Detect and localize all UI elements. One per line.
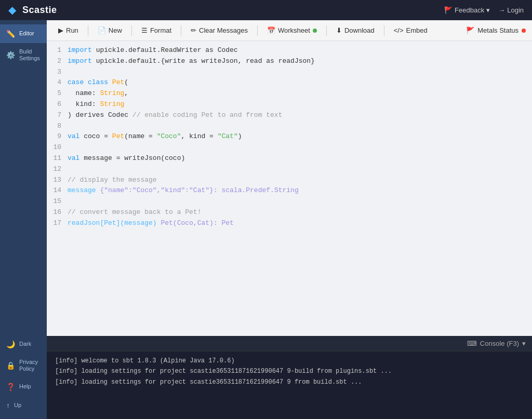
run-icon: ▶: [58, 26, 63, 34]
format-button[interactable]: ☰ Format: [136, 24, 177, 36]
clear-messages-button[interactable]: ✏ Clear Messages: [185, 24, 253, 36]
code-line-6: kind: String: [68, 99, 528, 110]
dark-icon: 🌙: [6, 340, 15, 348]
help-icon: ❓: [6, 383, 15, 391]
console-line-3: [info] loading settings for project scas…: [55, 377, 524, 387]
login-button[interactable]: → Login: [498, 6, 524, 14]
sidebar-item-privacy[interactable]: 🔒 Privacy Policy: [0, 354, 47, 377]
console-terminal-icon: ⌨: [467, 340, 477, 347]
scastie-logo-text: Scastie: [22, 5, 57, 16]
build-settings-icon: ⚙️: [6, 51, 15, 59]
new-button[interactable]: 📄 New: [92, 24, 127, 36]
code-line-11: val message = writeJson(coco): [68, 153, 528, 164]
code-editor[interactable]: 1 2 3 4 5 6 7 8 9 10 11 12 13 14 15 16 1: [47, 41, 532, 336]
embed-button[interactable]: </> Embed: [389, 24, 433, 36]
code-line-12: [68, 164, 528, 175]
content-area: ▶ Run 📄 New ☰ Format ✏ Clear Messages 📅 …: [47, 20, 532, 419]
toolbar-sep-6: [384, 25, 384, 36]
up-icon: ↑: [6, 401, 10, 410]
code-line-1: import upickle.default.ReadWriter as Cod…: [68, 45, 528, 56]
toolbar: ▶ Run 📄 New ☰ Format ✏ Clear Messages 📅 …: [47, 20, 532, 41]
code-line-2: import upickle.default.{write as writeJs…: [68, 56, 528, 67]
toolbar-sep-2: [131, 25, 132, 36]
worksheet-icon: 📅: [267, 26, 275, 34]
feedback-chevron-icon: ▾: [486, 6, 490, 14]
sidebar-item-build-settings[interactable]: ⚙️ Build Settings: [0, 43, 47, 67]
toolbar-sep-1: [88, 25, 88, 36]
main-layout: ✏️ Editor ⚙️ Build Settings 🌙 Dark 🔒 Pri…: [0, 20, 532, 419]
metals-flag-icon: 🚩: [466, 26, 474, 34]
toolbar-sep-5: [326, 25, 327, 36]
download-button[interactable]: ⬇ Download: [331, 24, 380, 36]
sidebar-editor-label: Editor: [19, 30, 34, 37]
editor-area: 1 2 3 4 5 6 7 8 9 10 11 12 13 14 15 16 1: [47, 41, 532, 336]
metals-status-dot: [522, 29, 526, 33]
topbar-logo-area: ◆ Scastie: [8, 4, 57, 16]
sidebar-help-label: Help: [19, 383, 31, 390]
metals-status-label: Metals Status: [477, 26, 518, 34]
worksheet-status-dot: [313, 29, 317, 33]
sidebar-privacy-label: Privacy Policy: [19, 359, 41, 372]
toolbar-right: 🚩 Metals Status: [466, 26, 526, 34]
line-numbers: 1 2 3 4 5 6 7 8 9 10 11 12 13 14 15 16 1: [47, 45, 68, 332]
sidebar-dark-label: Dark: [19, 341, 31, 347]
code-line-9: val coco = Pet(name = "Coco", kind = "Ca…: [68, 131, 528, 142]
feedback-button[interactable]: 🚩 Feedback ▾: [444, 6, 490, 14]
download-icon: ⬇: [336, 26, 342, 34]
topbar-right: 🚩 Feedback ▾ → Login: [444, 6, 524, 14]
console-toggle-button[interactable]: ⌨ Console (F3) ▾: [467, 340, 526, 347]
code-line-5: name: String,: [68, 88, 528, 99]
run-button[interactable]: ▶ Run: [53, 24, 84, 36]
format-icon: ☰: [141, 26, 148, 34]
console-chevron-icon: ▾: [522, 340, 526, 347]
code-line-8: [68, 121, 528, 132]
sidebar-item-up[interactable]: ↑ Up: [0, 396, 47, 415]
sidebar-build-label: Build Settings: [19, 48, 41, 62]
code-line-13: // display the message: [68, 175, 528, 186]
sidebar-spacer: [0, 67, 47, 334]
login-icon: →: [498, 6, 505, 14]
toolbar-sep-4: [257, 25, 258, 36]
code-line-16: // convert message back to a Pet!: [68, 207, 528, 218]
topbar: ◆ Scastie 🚩 Feedback ▾ → Login: [0, 0, 532, 20]
console-title: Console (F3): [480, 340, 519, 347]
scastie-logo-icon: ◆: [8, 4, 16, 16]
code-line-15: [68, 196, 528, 207]
new-icon: 📄: [98, 26, 106, 34]
code-line-10: [68, 142, 528, 153]
privacy-icon: 🔒: [6, 361, 15, 370]
code-content[interactable]: import upickle.default.ReadWriter as Cod…: [68, 45, 532, 332]
editor-icon: ✏️: [6, 30, 15, 38]
sidebar-up-label: Up: [14, 402, 21, 409]
feedback-icon: 🚩: [444, 6, 453, 14]
code-line-14: message {"name":"Coco","kind":"Cat"}: sc…: [68, 185, 528, 196]
code-line-17: readJson[Pet](message) Pet(Coco,Cat): Pe…: [68, 218, 528, 229]
sidebar-item-editor[interactable]: ✏️ Editor: [0, 24, 47, 43]
embed-icon: </>: [394, 26, 404, 34]
console-line-2: [info] loading settings for project scas…: [55, 366, 524, 376]
code-line-3: [68, 67, 528, 78]
sidebar-item-help[interactable]: ❓ Help: [0, 377, 47, 396]
console-line-1: [info] welcome to sbt 1.8.3 (Alpine Java…: [55, 356, 524, 366]
sidebar-bottom: 🌙 Dark 🔒 Privacy Policy ❓ Help ↑ Up: [0, 335, 47, 419]
toolbar-sep-3: [181, 25, 181, 36]
sidebar-item-dark[interactable]: 🌙 Dark: [0, 335, 47, 354]
code-line-4: case class Pet(: [68, 77, 528, 88]
clear-icon: ✏: [191, 26, 196, 34]
console-header: ⌨ Console (F3) ▾: [47, 336, 532, 352]
code-line-7: ) derives Codec // enable coding Pet to …: [68, 110, 528, 121]
worksheet-button[interactable]: 📅 Worksheet: [262, 24, 322, 36]
sidebar: ✏️ Editor ⚙️ Build Settings 🌙 Dark 🔒 Pri…: [0, 20, 47, 419]
console-content: [info] welcome to sbt 1.8.3 (Alpine Java…: [47, 352, 532, 419]
console-area: ⌨ Console (F3) ▾ [info] welcome to sbt 1…: [47, 336, 532, 419]
